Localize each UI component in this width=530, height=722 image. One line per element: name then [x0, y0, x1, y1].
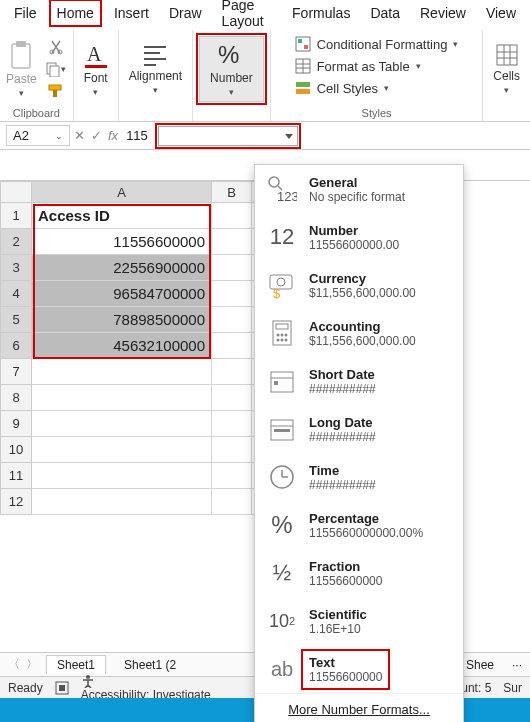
cell[interactable]	[212, 359, 252, 385]
number-format-button[interactable]: % Number ▾	[199, 36, 264, 102]
cell[interactable]	[32, 359, 212, 385]
cell[interactable]	[32, 411, 212, 437]
general-icon: 123	[265, 173, 299, 205]
cell-A5[interactable]: 78898500000	[32, 307, 212, 333]
row-header[interactable]: 4	[0, 281, 32, 307]
nf-time[interactable]: Time##########	[255, 453, 463, 501]
cell[interactable]	[212, 281, 252, 307]
row-header[interactable]: 5	[0, 307, 32, 333]
cancel-button[interactable]: ✕	[74, 128, 85, 143]
row-header[interactable]: 7	[0, 359, 32, 385]
cell[interactable]	[212, 385, 252, 411]
cell-A6[interactable]: 45632100000	[32, 333, 212, 359]
col-header-A[interactable]: A	[32, 181, 212, 203]
font-button[interactable]: A Font ▾	[80, 39, 112, 99]
macro-icon[interactable]	[55, 681, 69, 695]
sheet-tab[interactable]: Sheet1 (2	[114, 656, 186, 674]
format-as-table-button[interactable]: Format as Table▾	[295, 58, 459, 74]
nf-percentage[interactable]: % Percentage1155660000000.00%	[255, 501, 463, 549]
nf-sample: 1.16E+10	[309, 622, 367, 636]
row-header[interactable]: 2	[0, 229, 32, 255]
row-header[interactable]: 12	[0, 489, 32, 515]
formula-value[interactable]: 115	[122, 128, 148, 143]
sheet-tab[interactable]: Sheet1	[46, 655, 106, 674]
menu-view[interactable]: View	[476, 1, 526, 25]
row-header[interactable]: 10	[0, 437, 32, 463]
menu-formulas[interactable]: Formulas	[282, 1, 360, 25]
cond-format-label: Conditional Formatting	[317, 37, 448, 52]
nf-sample: No specific format	[309, 190, 405, 204]
menu-insert[interactable]: Insert	[104, 1, 159, 25]
cell-A4[interactable]: 96584700000	[32, 281, 212, 307]
cell[interactable]	[32, 385, 212, 411]
menu-page-layout[interactable]: Page Layout	[212, 0, 282, 33]
nf-title: Currency	[309, 271, 416, 286]
cell[interactable]	[32, 437, 212, 463]
row-header[interactable]: 8	[0, 385, 32, 411]
cell[interactable]	[212, 411, 252, 437]
menu-review[interactable]: Review	[410, 1, 476, 25]
svg-point-38	[285, 334, 288, 337]
cell[interactable]	[212, 463, 252, 489]
cell[interactable]	[212, 229, 252, 255]
number-format-dropdown[interactable]	[158, 126, 298, 146]
sheet-prev-button[interactable]: 〈	[8, 656, 20, 673]
sheet-more-button[interactable]: ···	[512, 658, 522, 672]
cell[interactable]	[212, 307, 252, 333]
menu-file[interactable]: File	[4, 1, 47, 25]
enter-button[interactable]: ✓	[91, 128, 102, 143]
cut-button[interactable]	[45, 38, 67, 56]
nf-more-formats[interactable]: More Number Formats...	[255, 693, 463, 722]
conditional-formatting-button[interactable]: Conditional Formatting▾	[295, 36, 459, 52]
nf-fraction[interactable]: ½ Fraction11556600000	[255, 549, 463, 597]
svg-rect-5	[50, 66, 59, 77]
nf-text[interactable]: ab Text11556600000	[255, 645, 463, 693]
cell[interactable]	[32, 463, 212, 489]
menu-draw[interactable]: Draw	[159, 1, 212, 25]
nf-general[interactable]: 123 GeneralNo specific format	[255, 165, 463, 213]
name-box[interactable]: A2 ⌄	[6, 125, 70, 146]
ribbon: Paste ▾ ▾ Clipboard A Font ▾ . Alignment	[0, 26, 530, 122]
cell[interactable]	[212, 203, 252, 229]
col-header-B[interactable]: B	[212, 181, 252, 203]
nf-short-date[interactable]: Short Date##########	[255, 357, 463, 405]
cell-A2[interactable]: 11556600000	[32, 229, 212, 255]
sheet-next-button[interactable]: 〉	[26, 656, 38, 673]
nf-sample: $11,556,600,000.00	[309, 334, 416, 348]
fx-button[interactable]: fx	[108, 128, 118, 143]
cell[interactable]	[212, 255, 252, 281]
nf-currency[interactable]: $ Currency$11,556,600,000.00	[255, 261, 463, 309]
cell[interactable]	[32, 489, 212, 515]
alignment-button[interactable]: Alignment ▾	[125, 41, 186, 97]
cell-A3[interactable]: 22556900000	[32, 255, 212, 281]
menu-data[interactable]: Data	[360, 1, 410, 25]
nf-accounting[interactable]: Accounting $11,556,600,000.00	[255, 309, 463, 357]
cell-styles-icon	[295, 80, 311, 96]
nf-long-date[interactable]: Long Date##########	[255, 405, 463, 453]
cell-A1[interactable]: Access ID	[32, 203, 212, 229]
accounting-icon	[265, 317, 299, 349]
nf-number[interactable]: 12 Number11556600000.00	[255, 213, 463, 261]
number-label: Number	[210, 71, 253, 85]
copy-button[interactable]: ▾	[45, 60, 67, 78]
row-header[interactable]: 1	[0, 203, 32, 229]
menubar: File Home Insert Draw Page Layout Formul…	[0, 0, 530, 26]
paste-button[interactable]: Paste ▾	[6, 40, 37, 98]
row-header[interactable]: 11	[0, 463, 32, 489]
cell[interactable]	[212, 489, 252, 515]
cells-button[interactable]: Cells ▾	[489, 41, 524, 97]
select-all-corner[interactable]	[0, 181, 32, 203]
brush-icon	[47, 83, 65, 99]
nf-scientific[interactable]: 102 Scientific1.16E+10	[255, 597, 463, 645]
format-painter-button[interactable]	[45, 82, 67, 100]
cell[interactable]	[212, 333, 252, 359]
menu-home[interactable]: Home	[47, 1, 104, 25]
percentage-icon: %	[265, 509, 299, 541]
row-header[interactable]: 6	[0, 333, 32, 359]
cell-styles-button[interactable]: Cell Styles▾	[295, 80, 459, 96]
accessibility-icon	[81, 674, 95, 688]
row-header[interactable]: 9	[0, 411, 32, 437]
row-header[interactable]: 3	[0, 255, 32, 281]
cell[interactable]	[212, 437, 252, 463]
nf-sample: ##########	[309, 478, 376, 492]
